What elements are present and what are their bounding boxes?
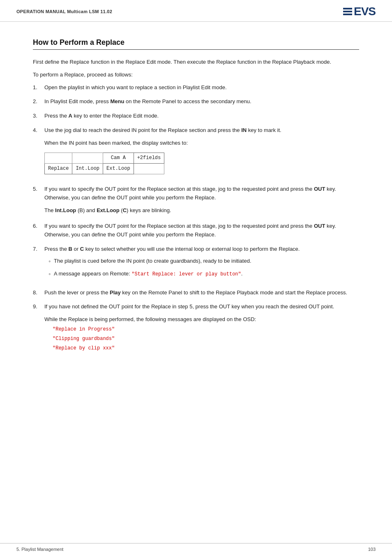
step-3-bold: A <box>69 113 72 119</box>
logo-line-1 <box>343 8 352 9</box>
step-7-bold2: C <box>80 246 84 252</box>
step-8-text-before: Push the lever or press the <box>44 289 110 296</box>
header: OPERATION MANUAL Multicam LSM 11.02 EVS <box>0 0 392 22</box>
logo-lines <box>343 8 352 15</box>
step-4-text-before: Use the jog dial to reach the desired IN… <box>44 127 241 133</box>
step-4: Use the jog dial to reach the desired IN… <box>33 126 359 179</box>
step-7-content: Press the B or C key to select whether y… <box>44 245 359 283</box>
step-7-bullet-2-code: "Start Replace: lever or play button" <box>131 271 241 277</box>
step-6-bold: OUT <box>314 223 325 229</box>
step-7-bold1: B <box>69 246 72 252</box>
step-9-code-1: "Replace in Progress" <box>44 326 359 333</box>
step-3-text-after: key to enter the Replace Edit mode. <box>72 113 159 119</box>
display-cell-r2c4 <box>134 163 164 174</box>
step-1-content: Open the playlist in which you want to r… <box>44 83 359 92</box>
display-cell-r1c3: Cam A <box>103 153 134 163</box>
step-4-display: Cam A +2fields Replace Int.Loop Ext.Loop <box>44 153 359 174</box>
step-7-bullet-1-text: The playlist is cued before the IN point… <box>54 257 251 266</box>
step-3-content: Press the A key to enter the Replace Edi… <box>44 112 359 120</box>
display-row-1: Cam A +2fields <box>45 153 164 163</box>
intro-line1: First define the Replace function in the… <box>33 58 359 67</box>
step-7-bullet-1: The playlist is cued before the IN point… <box>48 257 359 266</box>
step-4-content: Use the jog dial to reach the desired IN… <box>44 126 359 179</box>
step-1-text: Open the playlist in which you want to r… <box>44 84 227 90</box>
step-9: If you have not defined the OUT point fo… <box>33 303 359 354</box>
footer-left: 5. Playlist Management <box>16 547 63 552</box>
intro-line2: To perform a Replace, proceed as follows… <box>33 71 359 79</box>
step-2-text-before: In Playlist Edit mode, press <box>44 98 110 104</box>
step-1: Open the playlist in which you want to r… <box>33 83 359 92</box>
display-cell-r1c2 <box>72 153 103 163</box>
display-cell-r2c2: Int.Loop <box>72 163 103 174</box>
logo-line-3 <box>343 14 352 15</box>
footer-right: 103 <box>368 547 376 552</box>
step-5: If you want to specify the OUT point for… <box>33 185 359 216</box>
step-8: Push the lever or press the Play key on … <box>33 289 359 297</box>
section-title: How to Perform a Replace <box>33 38 359 50</box>
main-content: How to Perform a Replace First define th… <box>0 22 392 543</box>
step-3: Press the A key to enter the Replace Edi… <box>33 112 359 120</box>
display-cell-r2c3: Ext.Loop <box>103 163 134 174</box>
step-7-text-after: key to select whether you will use the i… <box>84 246 300 252</box>
step-9-code-2: "Clipping guardbands" <box>44 335 359 343</box>
step-7-bullet-2: A message appears on Remote: "Start Repl… <box>48 270 359 278</box>
display-cell-r1c1 <box>45 153 72 163</box>
step-7-bullets: The playlist is cued before the IN point… <box>44 257 359 279</box>
page: OPERATION MANUAL Multicam LSM 11.02 EVS … <box>0 0 392 555</box>
step-4-text-after: key to mark it. <box>247 127 281 133</box>
display-cell-r2c1: Replace <box>45 163 72 174</box>
step-7-text-mid: or <box>72 246 80 252</box>
step-9-sub-note: While the Replace is being performed, th… <box>44 315 359 324</box>
step-4-bold: IN <box>241 127 247 133</box>
display-cell-r1c4: +2fields <box>134 153 164 163</box>
step-4-sub-note: When the IN point has been marked, the d… <box>44 139 359 148</box>
display-table: Cam A +2fields Replace Int.Loop Ext.Loop <box>44 153 164 174</box>
step-2-text-after: on the Remote Panel to access the second… <box>124 98 251 104</box>
evs-logo: EVS <box>343 6 376 17</box>
step-5-text-before: If you want to specify the OUT point for… <box>44 186 314 192</box>
step-9-code-3: "Replace by clip xxx" <box>44 345 359 352</box>
display-row-2: Replace Int.Loop Ext.Loop <box>45 163 164 174</box>
logo-container: EVS <box>343 6 376 17</box>
step-3-text-before: Press the <box>44 113 69 119</box>
step-8-bold: Play <box>110 289 121 296</box>
step-8-content: Push the lever or press the Play key on … <box>44 289 359 297</box>
step-7-bullet-2-content: A message appears on Remote: "Start Repl… <box>54 270 242 278</box>
step-2-bold: Menu <box>110 98 124 104</box>
step-2: In Playlist Edit mode, press Menu on the… <box>33 97 359 106</box>
step-9-content: If you have not defined the OUT point fo… <box>44 303 359 354</box>
logo-text: EVS <box>354 6 376 17</box>
step-2-content: In Playlist Edit mode, press Menu on the… <box>44 97 359 106</box>
step-5-intloop: Int.Loop <box>55 207 76 213</box>
steps-list: Open the playlist in which you want to r… <box>33 83 359 354</box>
step-6: If you want to specify the OUT point for… <box>33 222 359 239</box>
step-7-text-before: Press the <box>44 246 69 252</box>
step-9-text: If you have not defined the OUT point fo… <box>44 303 334 310</box>
step-5-bold: OUT <box>314 186 325 192</box>
step-5-extloop: Ext.Loop <box>97 207 120 213</box>
step-5-sub: The Int.Loop (B) and Ext.Loop (C) keys a… <box>44 206 359 215</box>
step-6-content: If you want to specify the OUT point for… <box>44 222 359 239</box>
header-title: OPERATION MANUAL Multicam LSM 11.02 <box>16 9 112 14</box>
step-5-content: If you want to specify the OUT point for… <box>44 185 359 216</box>
step-6-text-before: If you want to specify the OUT point for… <box>44 223 314 229</box>
step-7-bullet-2-after: . <box>241 271 243 277</box>
step-7-bullet-2-before: A message appears on Remote: <box>54 271 131 277</box>
logo-line-2 <box>343 11 352 12</box>
step-8-text-after: key on the Remote Panel to shift to the … <box>121 289 347 296</box>
step-5-c: C <box>123 207 127 213</box>
step-7: Press the B or C key to select whether y… <box>33 245 359 283</box>
footer: 5. Playlist Management 103 <box>0 543 392 555</box>
